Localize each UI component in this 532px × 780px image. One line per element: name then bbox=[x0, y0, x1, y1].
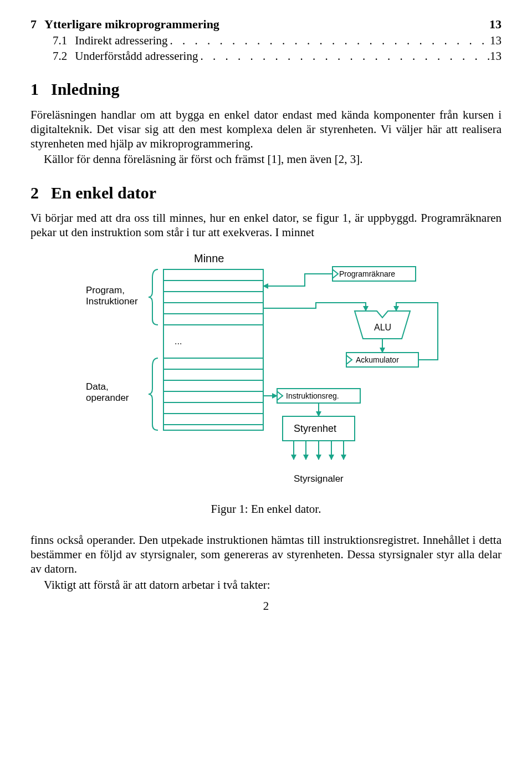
toc-sub-num: 7.1 bbox=[53, 33, 67, 48]
section-title: Inledning bbox=[51, 80, 119, 98]
toc-section: 7 Ytterligare mikroprogrammering 13 bbox=[30, 17, 502, 32]
label-styrsignaler: Styrsignaler bbox=[294, 473, 344, 484]
toc-sub-item: 7.2 Underförstådd adressering . . . . . … bbox=[53, 49, 502, 63]
toc-section-num: 7 bbox=[30, 17, 37, 32]
svg-rect-0 bbox=[163, 269, 263, 430]
section-title: En enkel dator bbox=[51, 183, 156, 202]
section-number: 1 bbox=[30, 80, 39, 98]
toc-sub-item: 7.1 Indirekt adressering . . . . . . . .… bbox=[53, 33, 502, 48]
section-heading-1: 1Inledning bbox=[30, 79, 502, 100]
toc-leader-dots: . . . . . . . . . . . . . . . . . . . . … bbox=[168, 33, 490, 48]
toc-sub-page: 13 bbox=[490, 33, 502, 48]
toc-sub-num: 7.2 bbox=[53, 49, 67, 63]
toc-sub-page: 13 bbox=[490, 49, 502, 63]
paragraph: Viktigt att förstå är att datorn arbetar… bbox=[30, 578, 502, 592]
label-instruktioner: Instruktioner bbox=[86, 296, 138, 307]
toc-leader-dots: . . . . . . . . . . . . . . . . . . . . … bbox=[198, 49, 490, 63]
label-programraknare: Programräknare bbox=[339, 269, 395, 278]
toc-sub-title: Indirekt adressering bbox=[75, 33, 167, 48]
label-instruktionsreg: Instruktionsreg. bbox=[286, 391, 339, 400]
label-styrenhet: Styrenhet bbox=[294, 423, 336, 434]
paragraph: Föreläsningen handlar om att bygga en en… bbox=[30, 108, 502, 151]
paragraph: finns också operander. Den utpekade inst… bbox=[30, 533, 502, 577]
toc-section-page: 13 bbox=[489, 17, 502, 32]
section-heading-2: 2En enkel dator bbox=[30, 182, 502, 203]
label-alu: ALU bbox=[374, 323, 391, 332]
figure-diagram: Minne ... Programräknare ALU bbox=[55, 250, 477, 494]
toc-section-title: Ytterligare mikroprogrammering bbox=[44, 17, 219, 32]
paragraph: Vi börjar med att dra oss till minnes, h… bbox=[30, 211, 502, 240]
label-program: Program, bbox=[86, 285, 125, 295]
section-number: 2 bbox=[30, 183, 39, 202]
label-operander: operander bbox=[86, 392, 129, 403]
toc-sub-title: Underförstådd adressering bbox=[75, 49, 198, 63]
label-data: Data, bbox=[86, 381, 109, 392]
figure-caption: Figur 1: En enkel dator. bbox=[30, 502, 502, 516]
label-dots: ... bbox=[175, 337, 182, 346]
label-ackumulator: Ackumulator bbox=[356, 355, 399, 364]
paragraph: Källor för denna föreläsning är först oc… bbox=[30, 152, 502, 166]
page-number: 2 bbox=[30, 599, 502, 613]
label-minne: Minne bbox=[194, 252, 224, 264]
